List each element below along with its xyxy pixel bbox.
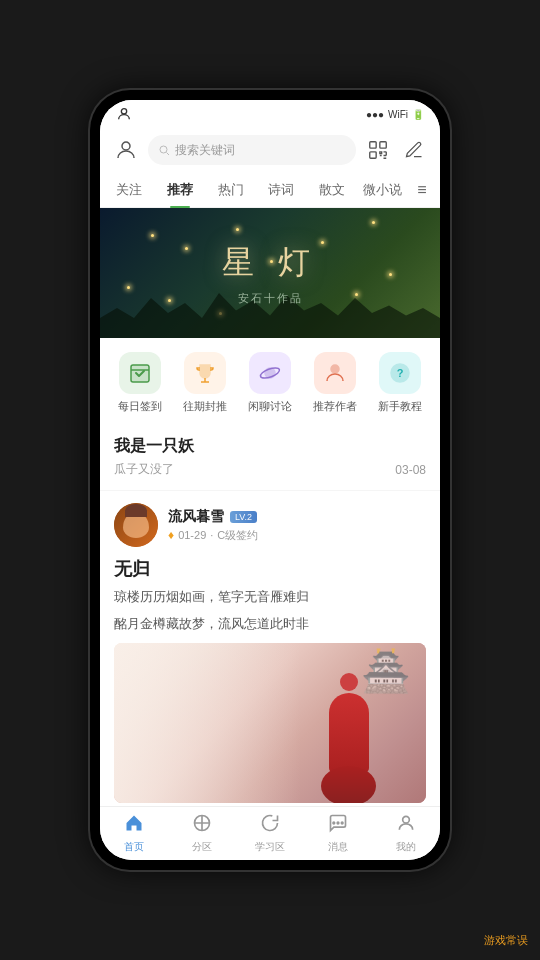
author-contract: C级签约 [217, 528, 258, 543]
planet-icon [249, 352, 291, 394]
tab-novel[interactable]: 微小说 [357, 172, 408, 208]
section-icon [192, 813, 212, 838]
banner-content: 星 灯 安石十作品 [100, 208, 440, 338]
search-icon [158, 144, 170, 156]
featured-post-desc1: 琼楼历历烟如画，笔字无音雁难归 [114, 587, 426, 608]
author-badge: LV.2 [230, 511, 257, 523]
weekly-feature-label: 往期封推 [183, 399, 227, 414]
tab-hot[interactable]: 热门 [205, 172, 256, 208]
author-avatar [114, 503, 158, 547]
banner-subtitle: 安石十作品 [238, 291, 303, 306]
svg-point-0 [121, 109, 126, 114]
search-input[interactable]: 搜索关键词 [148, 135, 356, 165]
nav-message-label: 消息 [328, 840, 348, 854]
post-item-1[interactable]: 我是一只妖 瓜子又没了 03-08 [100, 424, 440, 491]
edit-icon[interactable] [400, 136, 428, 164]
phone-frame: ●●● WiFi 🔋 搜索关键词 [90, 90, 450, 870]
mine-icon [396, 813, 416, 838]
svg-rect-6 [370, 152, 376, 158]
study-icon [260, 813, 280, 838]
author-info: 流风暮雪 LV.2 ♦ 01-29 · C级签约 [168, 508, 426, 543]
post-title-1: 我是一只妖 [114, 436, 426, 457]
quick-icon-chat[interactable]: 闲聊讨论 [248, 352, 292, 414]
question-icon: ? [379, 352, 421, 394]
watermark: 游戏常误 [484, 933, 528, 948]
svg-point-20 [337, 822, 339, 824]
featured-post-desc2: 酩月金樽藏故梦，流风怎道此时非 [114, 614, 426, 635]
svg-point-14 [331, 365, 339, 373]
quick-icons-row: 每日签到 往期封推 [100, 338, 440, 424]
search-placeholder: 搜索关键词 [175, 142, 235, 159]
svg-rect-7 [131, 365, 149, 382]
svg-point-1 [122, 142, 130, 150]
profile-icon[interactable] [112, 136, 140, 164]
author-sub: ♦ 01-29 · C级签约 [168, 528, 426, 543]
author-header: 流风暮雪 LV.2 ♦ 01-29 · C级签约 [114, 503, 426, 547]
featured-post-title: 无归 [114, 557, 426, 581]
search-bar: 搜索关键词 [100, 128, 440, 172]
trophy-icon [184, 352, 226, 394]
author-name-row: 流风暮雪 LV.2 [168, 508, 426, 526]
vip-icon: ♦ [168, 528, 174, 542]
nav-home[interactable]: 首页 [100, 807, 168, 860]
quick-icon-daily-sign[interactable]: 每日签到 [118, 352, 162, 414]
quick-icon-newbie[interactable]: ? 新手教程 [378, 352, 422, 414]
post-author-1: 瓜子又没了 [114, 461, 174, 478]
recommend-author-label: 推荐作者 [313, 399, 357, 414]
banner: 星 灯 安石十作品 [100, 208, 440, 338]
pen-icon [404, 140, 424, 160]
tab-recommend[interactable]: 推荐 [155, 172, 206, 208]
svg-point-21 [341, 822, 343, 824]
quick-icon-weekly-feature[interactable]: 往期封推 [183, 352, 227, 414]
svg-text:?: ? [396, 367, 403, 379]
nav-message[interactable]: 消息 [304, 807, 372, 860]
qr-scan-icon [367, 139, 389, 161]
nav-study[interactable]: 学习区 [236, 807, 304, 860]
nav-study-label: 学习区 [255, 840, 285, 854]
svg-line-3 [167, 153, 170, 156]
bottom-nav: 首页 分区 [100, 806, 440, 860]
daily-sign-label: 每日签到 [118, 399, 162, 414]
post-meta-1: 瓜子又没了 03-08 [114, 461, 426, 478]
tab-follow[interactable]: 关注 [104, 172, 155, 208]
chat-discuss-label: 闲聊讨论 [248, 399, 292, 414]
author-date: 01-29 [178, 529, 206, 541]
banner-title: 星 灯 [222, 241, 319, 285]
nav-mine-label: 我的 [396, 840, 416, 854]
nav-section[interactable]: 分区 [168, 807, 236, 860]
message-icon [328, 813, 348, 838]
mist-overlay [114, 643, 301, 803]
figure-decoration [321, 673, 376, 803]
status-bar: ●●● WiFi 🔋 [100, 100, 440, 128]
tab-poetry[interactable]: 诗词 [256, 172, 307, 208]
phone-screen: ●●● WiFi 🔋 搜索关键词 [100, 100, 440, 860]
svg-rect-4 [370, 142, 376, 148]
author-separator: · [210, 529, 213, 541]
featured-post[interactable]: 流风暮雪 LV.2 ♦ 01-29 · C级签约 无归 琼楼历 [100, 491, 440, 806]
author-name: 流风暮雪 [168, 508, 224, 526]
svg-point-2 [160, 146, 167, 153]
person-icon [314, 352, 356, 394]
nav-tabs: 关注 推荐 热门 诗词 散文 微小说 ≡ [100, 172, 440, 208]
user-status-icon [116, 106, 132, 122]
daily-sign-icon [119, 352, 161, 394]
quick-icon-recommend-author[interactable]: 推荐作者 [313, 352, 357, 414]
svg-point-23 [403, 816, 410, 823]
featured-post-image: 🏯 [114, 643, 426, 803]
svg-rect-5 [380, 142, 386, 148]
nav-more-icon[interactable]: ≡ [408, 181, 436, 199]
home-icon [124, 813, 144, 838]
nav-section-label: 分区 [192, 840, 212, 854]
post-date-1: 03-08 [395, 463, 426, 477]
newbie-guide-label: 新手教程 [378, 399, 422, 414]
nav-home-label: 首页 [124, 840, 144, 854]
svg-point-22 [333, 822, 335, 824]
content-area: 我是一只妖 瓜子又没了 03-08 [100, 424, 440, 806]
scan-icon[interactable] [364, 136, 392, 164]
tab-prose[interactable]: 散文 [307, 172, 358, 208]
nav-mine[interactable]: 我的 [372, 807, 440, 860]
